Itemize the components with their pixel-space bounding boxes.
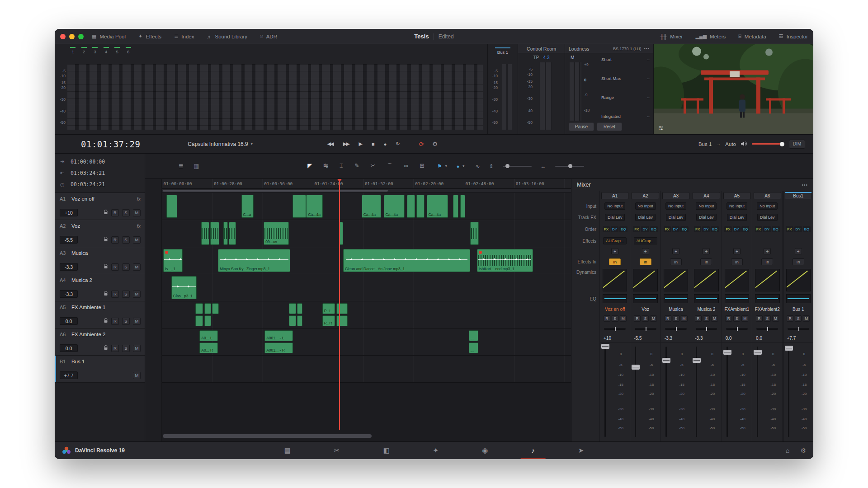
audio-clip[interactable] [212,303,218,314]
eq-graph[interactable] [633,294,657,303]
track-volume[interactable]: 0.0 [60,344,78,352]
rsm-button[interactable]: R [787,315,793,322]
add-effect-button[interactable]: + [642,248,649,254]
pen-tool-icon[interactable]: ✎ [354,162,359,170]
timeline-view-options-icon[interactable]: ≣ [179,163,184,169]
track-volume[interactable]: -5.5 [60,236,78,244]
audio-clip[interactable]: 09...ov [264,222,288,245]
media-page-icon[interactable]: ▤ [282,443,293,458]
razor-tool-icon[interactable]: ✂ [371,162,376,170]
audio-clip[interactable] [297,303,303,314]
dynamics-graph[interactable] [725,269,749,291]
rsm-button[interactable]: S [733,315,740,322]
audio-clip[interactable] [460,195,466,218]
dynamics-graph[interactable] [755,269,779,291]
order-chip[interactable]: FX [724,226,731,232]
snapping-icon[interactable]: ⊞ [420,162,425,170]
order-chip[interactable]: DY [611,226,618,232]
order-chip[interactable]: DY [672,226,679,232]
track-fx-slot[interactable]: Dial Lev [635,214,656,221]
fusion-page-icon[interactable]: ✦ [430,443,442,458]
panel-toggle-button[interactable]: ≣ Index [174,33,194,39]
track-name[interactable]: Musica 2 [71,277,92,283]
channel-id[interactable]: A1 [601,192,628,199]
fader-knob[interactable] [662,358,670,363]
rsm-button[interactable]: M [741,315,748,322]
rsm-button[interactable]: R [111,291,119,298]
marker-icon[interactable]: ● [457,164,460,169]
channel-id[interactable]: A3 [662,192,689,199]
playhead[interactable] [339,179,340,430]
order-chip[interactable]: FX [694,226,701,232]
audio-clip[interactable]: P...R [322,315,335,326]
audio-clip[interactable]: Minyo San Ky...Zinger.mp3_1 [218,249,290,272]
eq-graph[interactable] [664,294,688,303]
pan-slider[interactable] [604,328,626,330]
loudness-standard[interactable]: BS.1770-1 (LU) [613,47,642,51]
panel-toggle-button[interactable]: ⌸ Metadata [738,33,766,39]
timeline-track-lane[interactable]: P...L P...R [162,301,571,328]
track-grid-icon[interactable]: ▦ [193,163,199,169]
input-slot[interactable]: No Input [696,202,717,210]
track-height-slider[interactable] [503,166,532,167]
track-name[interactable]: Bus 1 [71,359,85,364]
rsm-button[interactable]: R [111,345,119,352]
stop-button[interactable]: ■ [372,141,374,147]
dynamics-graph[interactable] [664,269,688,291]
channel-id[interactable]: A5 [723,192,750,199]
rsm-button[interactable]: R [756,315,763,322]
close-window-button[interactable] [60,34,66,39]
waveform-view-icon[interactable]: ∿ [475,163,480,169]
effects-in-button[interactable]: In [793,258,804,265]
audio-clip[interactable]: Ishikari ...eod.mp3_1 [477,249,533,272]
audio-clip[interactable] [289,315,296,326]
options-menu-icon[interactable]: ••• [644,47,650,51]
audio-clip[interactable] [204,303,211,314]
lock-icon[interactable] [104,237,108,243]
reset-button[interactable]: Reset [597,122,622,131]
monitor-volume-slider[interactable] [752,143,784,145]
track-volume[interactable]: -3.3 [60,290,78,298]
pan-slider[interactable] [696,328,717,330]
rsm-button[interactable]: M [772,315,779,322]
fader-knob[interactable] [723,350,731,355]
pan-slider[interactable] [726,328,748,330]
rsm-button[interactable]: S [795,315,802,322]
panel-toggle-button[interactable]: ✦ Effects [138,33,161,39]
fader-knob[interactable] [632,365,640,370]
effects-in-button[interactable]: In [761,258,773,265]
audio-clip[interactable]: Clas...p3_1 [171,276,197,299]
track-fx-slot[interactable]: Dial Lev [757,214,778,221]
rsm-button[interactable]: M [133,345,141,352]
eq-graph[interactable] [786,294,811,303]
effect-plugin-slot[interactable]: AUGrap... [603,237,627,244]
audio-clip[interactable] [336,315,348,326]
order-chip[interactable]: FX [633,226,640,232]
fader-knob[interactable] [693,358,701,363]
audio-clip[interactable]: Is..._1 [163,249,183,272]
loop-button[interactable]: ↻ [396,141,399,147]
rsm-button[interactable]: S [612,315,618,322]
scroll-thumb[interactable] [163,190,388,192]
order-chip[interactable]: FX [786,226,793,232]
track-volume[interactable]: +7.7 [60,371,78,379]
rsm-button[interactable]: M [620,315,627,322]
effects-in-button[interactable]: In [700,258,712,265]
rewind-button[interactable]: ◀◀ [327,141,333,147]
add-effect-button[interactable]: + [795,248,802,254]
flag-icon[interactable]: ⚑ [437,163,442,169]
channel-id[interactable]: A2 [632,192,659,199]
add-effect-button[interactable]: + [672,248,679,254]
horizontal-scrollbar[interactable] [163,434,372,438]
audio-clip[interactable] [407,195,415,218]
panel-toggle-button[interactable]: ▦ Media Pool [92,33,126,39]
audio-clip[interactable] [453,195,458,218]
fit-zoom-icon[interactable]: ↔ [541,163,546,169]
track-fx-slot[interactable]: Dial Lev [605,214,625,221]
panel-toggle-button[interactable]: ╫╫ Mixer [660,33,683,39]
order-chip[interactable]: DY [763,226,771,232]
audio-clip[interactable] [229,222,236,245]
fairlight-page-icon[interactable]: ♪ [528,443,538,458]
rsm-button[interactable]: R [695,315,702,322]
audio-clip[interactable] [210,222,219,245]
